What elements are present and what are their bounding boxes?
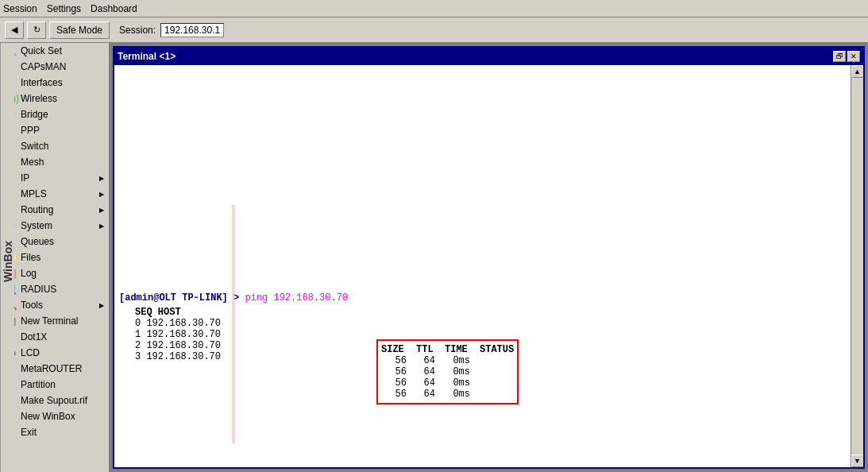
sidebar-label-mpls: MPLS — [21, 188, 47, 199]
sidebar-item-queues[interactable]: ≡ Queues — [0, 234, 109, 250]
sidebar-item-new-winbox[interactable]: ⊞ New WinBox — [0, 408, 109, 424]
sidebar-item-interfaces[interactable]: ⊞ Interfaces — [0, 75, 109, 91]
cursor-indicator — [232, 65, 235, 467]
sidebar-item-files[interactable]: 📁 Files — [0, 250, 109, 265]
ping-row0-size: 56 — [381, 355, 407, 366]
ping-row2-size: 56 — [381, 377, 407, 389]
seq-1-host: 192.168.30.70 — [146, 329, 221, 340]
sidebar-item-mpls[interactable]: ⊡ MPLS — [0, 186, 109, 202]
sidebar-label-partition: Partition — [21, 379, 56, 390]
seq-0-host: 192.168.30.70 — [146, 318, 221, 329]
sidebar-label-ip: IP — [21, 172, 29, 184]
sidebar-label-log: Log — [21, 268, 37, 279]
sidebar-item-partition[interactable]: ⊘ Partition — [0, 377, 109, 393]
sidebar-item-tools[interactable]: 🔨 Tools — [0, 297, 109, 313]
sidebar-item-mesh[interactable]: ● Mesh — [0, 154, 109, 170]
sidebar-item-log[interactable]: 📋 Log — [0, 265, 109, 281]
sidebar-item-exit[interactable]: ✕ Exit — [0, 424, 109, 440]
sidebar-label-exit: Exit — [21, 427, 37, 438]
seq-1-seq: 1 — [135, 329, 141, 340]
sidebar-label-metarouter: MetaROUTER — [21, 363, 82, 374]
sidebar-item-quick-set[interactable]: 🔧 Quick Set — [0, 43, 109, 59]
seq-0-seq: 0 — [135, 318, 141, 329]
menu-session[interactable]: Session — [3, 3, 37, 14]
sidebar: 🔧 Quick Set ■ CAPsMAN ⊞ Interfaces ((•))… — [0, 43, 110, 472]
menu-settings[interactable]: Settings — [47, 3, 81, 14]
ping-results-box: SIZE TTL TIME STATUS 56 64 0ms 56 64 — [376, 339, 519, 404]
ping-row3-time: 0ms — [445, 389, 470, 400]
sidebar-item-system[interactable]: ⚙ System — [0, 218, 109, 234]
sidebar-item-new-terminal[interactable]: ▣ New Terminal — [0, 313, 109, 329]
terminal-command: ping 192.168.30.70 — [245, 292, 348, 304]
seq-row-0: 0 192.168.30.70 — [135, 318, 846, 329]
sidebar-label-mesh: Mesh — [21, 157, 44, 168]
sidebar-label-tools: Tools — [21, 300, 43, 311]
restore-icon: 🗗 — [836, 52, 843, 60]
sidebar-label-quick-set: Quick Set — [21, 45, 62, 56]
back-icon: ◀ — [11, 25, 17, 35]
sidebar-item-ip[interactable]: ⊞ IP — [0, 170, 109, 186]
toolbar: ◀ ↻ Safe Mode Session: 192.168.30.1 — [0, 17, 868, 43]
menu-dashboard[interactable]: Dashboard — [91, 3, 137, 14]
cmd-line: [admin@OLT TP-LINK] > ping 192.168.30.70 — [119, 292, 846, 304]
sidebar-label-capsman: CAPsMAN — [21, 61, 66, 72]
sidebar-item-radius[interactable]: 👤 RADIUS — [0, 281, 109, 297]
ping-row0-time: 0ms — [445, 355, 470, 366]
seq-2-host: 192.168.30.70 — [146, 340, 221, 351]
sidebar-label-new-winbox: New WinBox — [21, 411, 75, 422]
sidebar-item-lcd[interactable]: ▭ LCD — [0, 345, 109, 361]
menu-bar: Session Settings Dashboard — [0, 0, 868, 17]
ping-row1-size: 56 — [381, 366, 407, 377]
sidebar-item-make-supout[interactable]: ⬇ Make Supout.rif — [0, 393, 109, 408]
terminal-body[interactable]: [admin@OLT TP-LINK] > ping 192.168.30.70… — [114, 65, 851, 467]
sidebar-item-wireless[interactable]: ((•)) Wireless — [0, 91, 109, 106]
sidebar-item-switch[interactable]: ⊞ Switch — [0, 138, 109, 154]
sidebar-label-ppp: PPP — [21, 125, 40, 136]
terminal-content-wrapper: [admin@OLT TP-LINK] > ping 192.168.30.70… — [114, 65, 863, 467]
terminal-close-button[interactable]: ✕ — [847, 51, 860, 62]
sidebar-label-switch: Switch — [21, 141, 48, 152]
sidebar-label-system: System — [21, 220, 52, 231]
sidebar-label-lcd: LCD — [21, 347, 40, 358]
sidebar-item-bridge[interactable]: ⊓ Bridge — [0, 106, 109, 122]
sidebar-label-interfaces: Interfaces — [21, 77, 63, 88]
sidebar-label-radius: RADIUS — [21, 284, 56, 295]
sidebar-label-bridge: Bridge — [21, 109, 48, 120]
sidebar-item-routing[interactable]: ↗ Routing — [0, 202, 109, 218]
main-layout: 🔧 Quick Set ■ CAPsMAN ⊞ Interfaces ((•))… — [0, 43, 868, 472]
back-button[interactable]: ◀ — [5, 21, 24, 39]
terminal-restore-button[interactable]: 🗗 — [833, 51, 846, 62]
refresh-icon: ↻ — [33, 25, 41, 35]
terminal-controls: 🗗 ✕ — [833, 51, 860, 62]
terminal-titlebar: Terminal <1> 🗗 ✕ — [114, 48, 863, 65]
seq-3-seq: 3 — [135, 351, 141, 362]
ping-header-status: STATUS — [480, 344, 514, 355]
sidebar-label-wireless: Wireless — [21, 93, 57, 104]
terminal-prompt: [admin@OLT TP-LINK] > — [119, 292, 245, 304]
session-label: Session: — [119, 25, 156, 36]
sidebar-label-files: Files — [21, 252, 41, 263]
scroll-track[interactable] — [851, 78, 864, 455]
content-area: Terminal <1> 🗗 ✕ [admin@OLT TP-LINK] > p… — [110, 43, 868, 472]
sidebar-item-metarouter[interactable]: ⊡ MetaROUTER — [0, 361, 109, 377]
sidebar-item-ppp[interactable]: ↔ PPP — [0, 122, 109, 138]
ping-header-time: TIME — [445, 344, 470, 355]
sidebar-item-dot1x[interactable]: ⊟ Dot1X — [0, 329, 109, 345]
ping-row0-ttl: 64 — [416, 355, 435, 366]
sidebar-label-routing: Routing — [21, 204, 53, 215]
winbox-label: WinBox — [0, 43, 14, 472]
terminal-window: Terminal <1> 🗗 ✕ [admin@OLT TP-LINK] > p… — [113, 46, 865, 469]
scroll-up-button[interactable]: ▲ — [851, 65, 864, 78]
terminal-scrollbar: ▲ ▼ — [851, 65, 863, 467]
sidebar-label-dot1x: Dot1X — [21, 331, 47, 342]
ping-header-size: SIZE — [381, 344, 407, 355]
safe-mode-button[interactable]: Safe Mode — [49, 21, 110, 39]
ping-row3-size: 56 — [381, 389, 407, 400]
ping-row2-ttl: 64 — [416, 377, 435, 389]
seq-col-header: SEQ HOST — [135, 307, 181, 318]
sidebar-item-capsman[interactable]: ■ CAPsMAN — [0, 59, 109, 75]
forward-button[interactable]: ↻ — [27, 21, 46, 39]
seq-row-1: 1 192.168.30.70 — [135, 329, 846, 340]
scroll-down-button[interactable]: ▼ — [851, 455, 864, 467]
seq-header: SEQ HOST — [135, 307, 846, 318]
